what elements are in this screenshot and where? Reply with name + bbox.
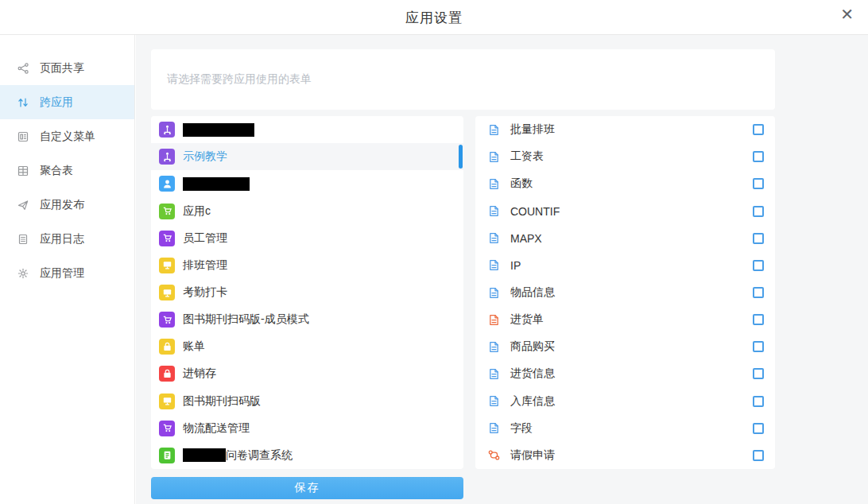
app-name: 考勤打卡 [183,285,227,300]
document-icon [487,394,501,408]
form-picker-input[interactable]: 请选择需要跨应用使用的表单 [151,49,775,110]
document-icon [487,123,501,137]
sidebar-item-label: 页面共享 [40,61,84,76]
sidebar-item-label: 应用日志 [40,232,84,246]
app-list-item[interactable] [151,116,463,143]
bag-icon [159,339,175,355]
form-checkbox[interactable] [753,368,764,379]
workflow-icon [487,448,501,462]
cart-icon [159,312,175,328]
form-checkbox[interactable] [753,206,764,217]
scrollbar-thumb[interactable] [459,145,463,169]
app-name: 进销存 [183,366,216,381]
document-icon [487,150,501,164]
dialog-header: 应用设置 ✕ [0,0,868,35]
app-name: 图书期刊扫码版-成员模式 [183,312,309,327]
app-name: 物流配送管理 [183,421,250,436]
form-checkbox[interactable] [753,260,764,271]
form-checkbox[interactable] [753,124,764,135]
document-icon [487,421,501,435]
clipboard-icon [159,448,175,463]
app-list-item[interactable]: 考勤打卡 [151,279,463,306]
swap-arrows-icon [17,96,29,109]
app-list-item[interactable]: 示例教学 [151,143,463,170]
dialog-title: 应用设置 [0,9,868,27]
sidebar-item-aggregate-table[interactable]: 聚合表 [0,153,134,188]
app-list-item[interactable]: 排班管理 [151,252,463,279]
aggregate-table-icon [17,165,29,177]
redacted-label [183,448,226,462]
form-list-item[interactable]: 字段 [475,415,775,442]
form-name: 入库信息 [510,394,555,409]
sidebar-item-label: 自定义菜单 [40,130,95,144]
form-list-item[interactable]: 进货信息 [475,360,775,387]
sidebar-item-app-log[interactable]: 应用日志 [0,222,134,256]
sidebar-item-cross-app[interactable]: 跨应用 [0,85,134,119]
bag-icon [159,366,175,382]
document-icon [487,177,501,191]
app-name: 排班管理 [183,258,227,273]
form-list-item[interactable]: 函数 [475,170,775,197]
cart-icon [159,204,175,219]
form-checkbox[interactable] [753,396,764,407]
cross-app-settings-panel: 请选择需要跨应用使用的表单 示例教学 应用c 员工管理 排班管理 [136,35,868,504]
form-list-item[interactable]: 入库信息 [475,388,775,415]
form-checkbox[interactable] [753,423,764,434]
app-name: 示例教学 [183,149,227,164]
sidebar-item-app-manage[interactable]: 应用管理 [0,256,134,290]
org-chart-icon [159,122,175,138]
sidebar-item-page-share[interactable]: 页面共享 [0,51,134,85]
form-list-item[interactable]: COUNTIF [475,197,775,224]
form-checkbox[interactable] [753,287,764,298]
form-list-item[interactable]: 请假申请 [475,442,775,469]
form-checkbox[interactable] [753,450,764,461]
app-name: 图书期刊扫码版 [183,394,261,409]
document-icon [487,286,501,300]
form-name: 物品信息 [510,285,555,300]
document-icon [487,313,501,327]
app-list-item[interactable]: 图书期刊扫码版-成员模式 [151,306,463,333]
form-checkbox[interactable] [753,151,764,162]
form-list-item[interactable]: 批量排班 [475,116,775,143]
app-name: 账单 [183,339,205,354]
monitor-icon [159,258,175,273]
document-lines-icon [17,233,29,246]
app-list-item[interactable]: 进销存 [151,360,463,387]
form-checkbox[interactable] [753,314,764,325]
app-list-item[interactable]: 账单 [151,333,463,360]
app-list-item[interactable]: 物流配送管理 [151,415,463,442]
form-list-item[interactable]: 工资表 [475,143,775,170]
cart-icon [159,231,175,246]
form-name: 字段 [510,421,533,436]
form-name: COUNTIF [510,205,560,218]
form-list-item[interactable]: IP [475,252,775,279]
app-list-item[interactable]: 图书期刊扫码版 [151,388,463,415]
monitor-icon [159,285,175,300]
form-checkbox[interactable] [753,178,764,189]
document-icon [487,258,501,272]
form-checkbox[interactable] [753,341,764,352]
app-list-item[interactable]: 员工管理 [151,225,463,252]
save-button[interactable]: 保存 [151,477,463,499]
form-name: MAPX [510,232,542,245]
sidebar-item-app-publish[interactable]: 应用发布 [0,188,134,222]
form-list-item[interactable]: 进货单 [475,306,775,333]
close-icon[interactable]: ✕ [840,6,854,22]
picker-placeholder: 请选择需要跨应用使用的表单 [167,72,312,87]
form-list-item[interactable]: 商品购买 [475,333,775,360]
paper-plane-icon [17,199,29,211]
sidebar-item-label: 跨应用 [40,95,73,110]
form-name: 工资表 [510,149,544,164]
app-name: 员工管理 [183,231,227,246]
app-list-item[interactable]: 问卷调查系统 [151,442,463,469]
form-list-item[interactable]: MAPX [475,225,775,252]
document-icon [487,231,501,245]
person-icon [159,176,175,192]
form-list-item[interactable]: 物品信息 [475,279,775,306]
form-checkbox[interactable] [753,233,764,244]
sidebar-item-label: 聚合表 [40,164,73,178]
app-list-item[interactable] [151,170,463,197]
sidebar-item-custom-menu[interactable]: 自定义菜单 [0,119,134,153]
app-list-item[interactable]: 应用c [151,197,463,224]
form-name: 批量排班 [510,122,555,137]
